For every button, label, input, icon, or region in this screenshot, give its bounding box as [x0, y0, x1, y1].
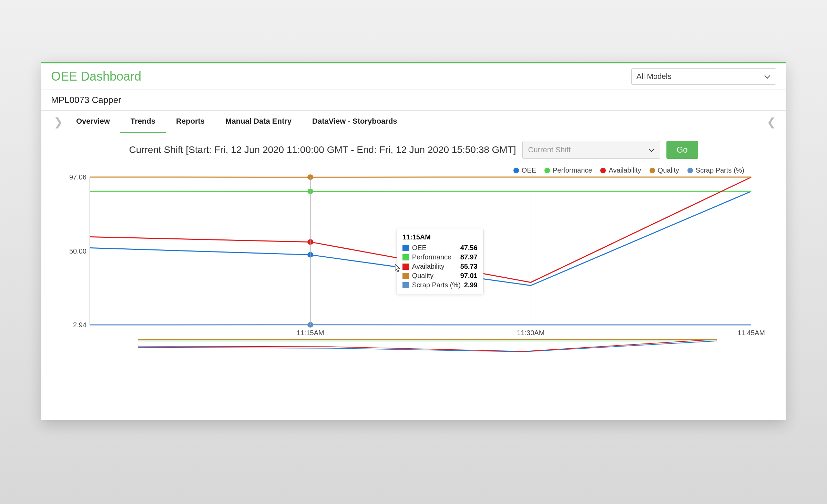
chart-hover-line-2: [531, 177, 531, 325]
tooltip-label: Availability: [412, 263, 457, 270]
legend-item-oee[interactable]: OEE: [513, 166, 536, 174]
tab-dataview-storyboards[interactable]: DataView - Storyboards: [302, 111, 408, 133]
shift-select-placeholder: Current Shift: [528, 145, 571, 154]
x-tick: 11:45AM: [737, 325, 765, 337]
legend-dot-icon: [600, 168, 606, 173]
chart-tooltip: 11:15AM OEE47.56Performance87.97Availabi…: [397, 229, 483, 294]
shift-controls: Current Shift [Start: Fri, 12 Jun 2020 1…: [41, 133, 786, 166]
x-tick: 11:15AM: [297, 325, 324, 337]
tooltip-value: 97.01: [460, 272, 478, 280]
chart-minimap[interactable]: [138, 339, 717, 356]
x-tick: 11:30AM: [517, 325, 544, 337]
tooltip-label: Scrap Parts (%): [412, 281, 461, 289]
y-tick: 50.00: [69, 247, 90, 255]
tooltip-row: OEE47.56: [402, 243, 478, 253]
legend-item-quality[interactable]: Quality: [650, 166, 679, 174]
tab-scroll-right-icon[interactable]: ❮: [764, 115, 779, 128]
legend-dot-icon: [687, 168, 693, 173]
legend-label: Scrap Parts (%): [696, 166, 744, 174]
legend-item-availability[interactable]: Availability: [600, 166, 641, 174]
shift-range-text: Current Shift [Start: Fri, 12 Jun 2020 1…: [129, 144, 516, 155]
legend-item-scrap-parts-[interactable]: Scrap Parts (%): [687, 166, 744, 174]
legend-label: Quality: [658, 166, 679, 174]
header-row: OEE Dashboard All Models: [41, 63, 786, 90]
shift-select[interactable]: Current Shift: [522, 141, 660, 159]
tab-manual-data-entry[interactable]: Manual Data Entry: [215, 111, 302, 133]
legend-item-performance[interactable]: Performance: [544, 166, 592, 174]
tooltip-color-icon: [402, 245, 409, 251]
tab-bar: ❯ OverviewTrendsReportsManual Data Entry…: [41, 111, 786, 133]
tooltip-color-icon: [402, 273, 409, 279]
tooltip-value: 47.56: [460, 244, 478, 252]
tooltip-color-icon: [402, 254, 409, 260]
cursor-icon: [392, 263, 400, 273]
tooltip-row: Scrap Parts (%)2.99: [402, 280, 478, 290]
y-tick: 2.94: [73, 321, 90, 329]
legend-label: Performance: [553, 166, 592, 174]
tooltip-value: 2.99: [464, 281, 478, 289]
tooltip-label: Quality: [412, 272, 457, 280]
chart-plot[interactable]: 11:15AM OEE47.56Performance87.97Availabi…: [90, 177, 751, 325]
legend-label: Availability: [609, 166, 641, 174]
tooltip-value: 87.97: [460, 253, 478, 261]
go-button[interactable]: Go: [666, 141, 698, 159]
legend-dot-icon: [544, 168, 550, 173]
tooltip-row: Quality97.01: [402, 271, 478, 280]
tooltip-label: Performance: [412, 253, 457, 261]
tooltip-color-icon: [402, 282, 409, 288]
tooltip-time: 11:15AM: [402, 233, 478, 241]
tab-scroll-left-icon[interactable]: ❯: [51, 115, 66, 128]
tooltip-row: Performance87.97: [402, 253, 478, 262]
model-select-value: All Models: [636, 72, 671, 81]
page-title: OEE Dashboard: [51, 69, 141, 84]
tab-reports[interactable]: Reports: [166, 111, 215, 133]
minimap-lines: [138, 339, 717, 356]
legend-dot-icon: [513, 168, 519, 173]
tooltip-row: Availability55.73: [402, 262, 478, 271]
dashboard-card: OEE Dashboard All Models MPL0073 Capper …: [41, 62, 786, 420]
legend-dot-icon: [650, 168, 655, 173]
y-tick: 97.06: [69, 173, 90, 181]
tooltip-label: OEE: [412, 244, 457, 252]
tab-trends[interactable]: Trends: [120, 111, 166, 133]
tab-overview[interactable]: Overview: [66, 111, 120, 133]
chart-legend: OEEPerformanceAvailabilityQualityScrap P…: [41, 166, 786, 177]
chart-hover-line: [310, 177, 311, 325]
legend-label: OEE: [522, 166, 536, 174]
tooltip-value: 55.73: [460, 263, 478, 270]
chart-area[interactable]: 11:15AM OEE47.56Performance87.97Availabi…: [41, 177, 786, 356]
tooltip-color-icon: [402, 264, 409, 270]
model-select[interactable]: All Models: [631, 68, 776, 85]
machine-name: MPL0073 Capper: [41, 90, 786, 111]
